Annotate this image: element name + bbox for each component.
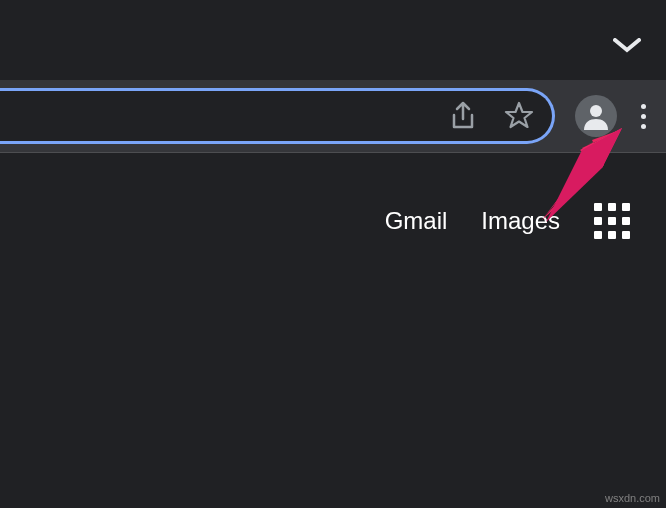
gmail-link[interactable]: Gmail — [385, 207, 448, 235]
star-icon[interactable] — [504, 101, 534, 131]
apps-grid-icon[interactable] — [594, 203, 630, 239]
toolbar-right — [555, 95, 650, 137]
address-bar[interactable] — [0, 88, 555, 144]
page-content: Gmail Images — [0, 153, 666, 508]
header-links: Gmail Images — [0, 203, 666, 239]
tab-strip — [0, 0, 666, 80]
menu-kebab-icon[interactable] — [637, 104, 650, 129]
share-icon[interactable] — [450, 101, 476, 131]
svg-point-0 — [590, 105, 602, 117]
browser-toolbar — [0, 80, 666, 152]
images-link[interactable]: Images — [481, 207, 560, 235]
profile-button[interactable] — [575, 95, 617, 137]
avatar-icon — [582, 102, 610, 130]
chevron-down-icon[interactable] — [613, 38, 641, 58]
watermark: wsxdn.com — [605, 492, 660, 504]
